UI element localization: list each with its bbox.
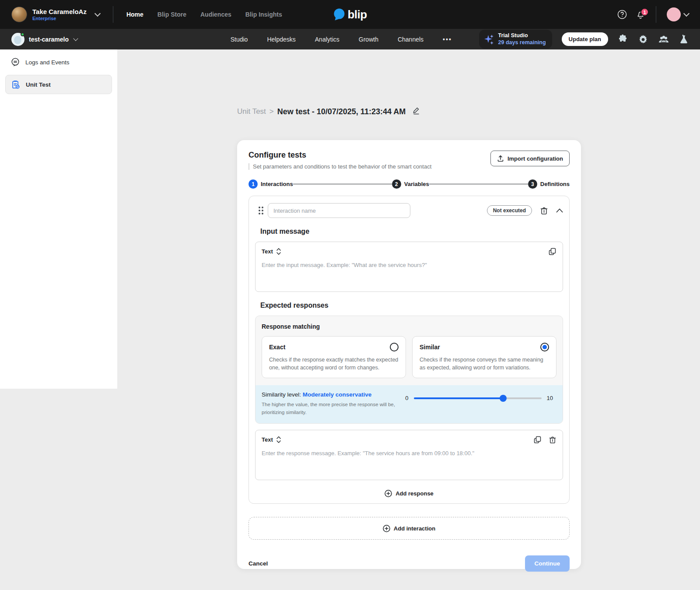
add-interaction-button[interactable]: Add interaction — [383, 525, 435, 532]
import-configuration-label: Import configuration — [508, 155, 563, 162]
collapse-chevron-icon[interactable] — [556, 208, 563, 213]
step-variables[interactable]: 2 Variables — [392, 179, 429, 189]
nav-helpdesks[interactable]: Helpdesks — [267, 36, 295, 43]
nav-growth[interactable]: Growth — [359, 36, 378, 43]
main-content: Logs and Events Unit Test Unit Test > Ne… — [0, 49, 700, 590]
add-response-label: Add response — [396, 490, 434, 497]
similarity-description: The higher the value, the more precise t… — [262, 401, 402, 416]
bot-switcher[interactable]: test-caramelo — [11, 33, 77, 46]
input-message-textarea[interactable] — [262, 262, 556, 284]
interaction-name-input[interactable] — [268, 203, 410, 218]
puzzle-icon[interactable] — [618, 34, 628, 45]
nav-blip-store[interactable]: Blip Store — [158, 11, 186, 18]
stepper: 1 Interactions 2 Variables 3 Definitions — [248, 179, 570, 189]
delete-response-icon[interactable] — [549, 435, 556, 444]
flask-icon[interactable] — [679, 34, 689, 45]
notification-badge: 1 — [640, 8, 649, 16]
configure-tests-card: Configure tests Set parameters and condi… — [237, 140, 581, 569]
slider-min-label: 0 — [405, 395, 408, 401]
copy-icon[interactable] — [548, 247, 556, 256]
nav-more-menu[interactable]: ••• — [443, 36, 452, 43]
bot-avatar — [11, 33, 24, 46]
response-matching-box: Response matching Exact Checks if the re… — [255, 316, 563, 424]
radio-checked[interactable] — [540, 343, 549, 351]
nav-home[interactable]: Home — [126, 11, 144, 18]
add-interaction-area[interactable]: Add interaction — [248, 517, 570, 540]
breadcrumb-parent[interactable]: Unit Test — [237, 107, 266, 116]
page-title: New test - 10/07/2025, 11:23:44 AM — [277, 107, 406, 116]
continue-button[interactable]: Continue — [525, 555, 570, 572]
divider — [656, 6, 656, 23]
add-interaction-label: Add interaction — [394, 525, 435, 532]
response-type-value: Text — [262, 436, 273, 443]
nav-blip-insights[interactable]: Blip Insights — [245, 11, 282, 18]
edit-title-button[interactable] — [412, 106, 420, 117]
org-switcher[interactable]: Take CarameloAz Enterprise — [11, 7, 100, 22]
add-response-button[interactable]: Add response — [385, 490, 434, 497]
drag-handle[interactable] — [259, 207, 263, 214]
top-navigation-bar: Take CarameloAz Enterprise Home Blip Sto… — [0, 0, 700, 29]
response-type-select[interactable]: Text — [262, 436, 281, 443]
org-avatar — [11, 7, 27, 22]
trial-days-remaining: 29 days remaining — [498, 39, 546, 46]
import-configuration-button[interactable]: Import configuration — [490, 151, 570, 166]
trial-title: Trial Studio — [498, 32, 546, 39]
sort-chevrons-icon — [276, 436, 281, 443]
bot-name: test-caramelo — [29, 36, 69, 43]
nav-audiences[interactable]: Audiences — [200, 11, 231, 18]
response-message-textarea[interactable] — [262, 450, 556, 473]
chevron-down-icon — [73, 36, 78, 41]
blip-logo: blip — [333, 8, 367, 21]
input-message-box: Text — [255, 242, 563, 292]
blip-balloon-icon — [333, 8, 345, 21]
cancel-button[interactable]: Cancel — [248, 560, 268, 567]
step-definitions[interactable]: 3 Definitions — [528, 179, 570, 189]
delete-interaction-icon[interactable] — [540, 206, 548, 215]
nav-channels[interactable]: Channels — [398, 36, 424, 43]
user-menu[interactable] — [667, 7, 689, 21]
input-type-select[interactable]: Text — [262, 248, 281, 255]
unit-test-clipboard-icon — [11, 80, 21, 89]
option-label: Similar — [420, 344, 440, 351]
expected-responses-title: Expected responses — [260, 302, 563, 309]
slider-max-label: 10 — [547, 395, 553, 401]
slider-thumb[interactable] — [500, 395, 507, 402]
nav-analytics[interactable]: Analytics — [315, 36, 340, 43]
option-exact[interactable]: Exact Checks if the response exactly mat… — [262, 336, 406, 378]
interaction-panel: Not executed Input message Text — [248, 196, 570, 504]
option-description: Checks if the response exactly matches t… — [269, 356, 399, 372]
similarity-slider[interactable] — [414, 397, 542, 399]
plus-circle-icon — [383, 525, 390, 532]
sidebar-item-unit-test[interactable]: Unit Test — [5, 75, 112, 94]
sidebar: Logs and Events Unit Test — [0, 49, 117, 389]
users-icon[interactable] — [658, 34, 669, 45]
similarity-section: Similarity level: Moderately conservativ… — [256, 385, 563, 423]
top-nav: Home Blip Store Audiences Blip Insights — [126, 11, 282, 18]
similarity-value-link[interactable]: Moderately conservative — [303, 391, 372, 398]
step-label: Interactions — [261, 181, 293, 187]
nav-studio[interactable]: Studio — [231, 36, 248, 43]
user-avatar — [667, 7, 681, 21]
option-similar[interactable]: Similar Checks if the response conveys t… — [412, 336, 556, 378]
step-connector — [293, 184, 392, 185]
step-number: 2 — [392, 179, 401, 189]
response-message-box: Text — [255, 430, 563, 480]
gear-icon[interactable] — [638, 34, 648, 45]
radio-unchecked[interactable] — [390, 343, 399, 351]
notifications-button[interactable]: 1 — [636, 10, 645, 19]
step-interactions[interactable]: 1 Interactions — [248, 179, 293, 189]
org-plan-label: Enterprise — [32, 16, 87, 21]
sort-chevrons-icon — [276, 248, 281, 255]
input-type-value: Text — [262, 248, 273, 255]
logs-bubble-icon — [10, 57, 20, 67]
sidebar-item-logs-and-events[interactable]: Logs and Events — [5, 53, 112, 71]
step-number: 3 — [528, 179, 537, 189]
breadcrumb: Unit Test > New test - 10/07/2025, 11:23… — [237, 106, 420, 117]
copy-icon[interactable] — [533, 435, 542, 444]
option-label: Exact — [269, 344, 285, 351]
pencil-icon — [412, 106, 420, 115]
help-button[interactable] — [617, 10, 627, 19]
chevron-down-icon — [683, 11, 690, 17]
update-plan-button[interactable]: Update plan — [562, 32, 608, 46]
divider — [113, 6, 113, 23]
